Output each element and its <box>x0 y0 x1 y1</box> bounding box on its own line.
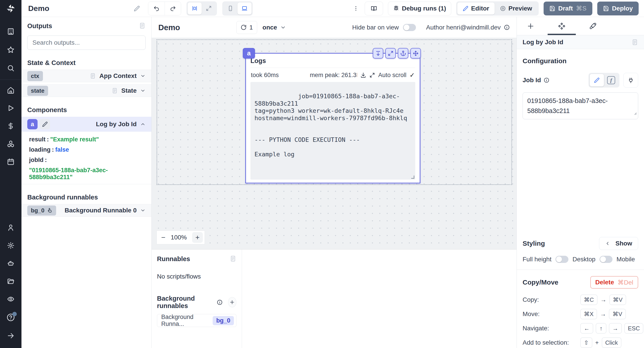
shortcut-label: Copy: <box>522 296 539 303</box>
info-icon[interactable] <box>217 299 223 305</box>
preview-tab[interactable]: Preview <box>495 2 538 14</box>
tab-insert-component[interactable] <box>525 17 536 35</box>
logs-duration: took 60ms <box>251 72 279 79</box>
autoscroll-checkbox[interactable]: ✓ <box>410 71 415 79</box>
canvas-app-title: Demo <box>158 23 180 32</box>
full-height-toggle[interactable] <box>556 256 568 263</box>
show-styling-button[interactable]: Show <box>599 237 638 250</box>
layout-mode-toggle <box>186 1 217 16</box>
full-width-button[interactable] <box>202 2 216 14</box>
runnables-pane: Runnables No scripts/flows Background ru… <box>152 249 242 348</box>
eye-icon <box>7 295 14 303</box>
job-id-input[interactable]: 01910865-188a-bab7-a3ec-588b9ba3c211 <box>522 92 638 119</box>
refresh-runs-button[interactable]: 1 <box>236 21 257 34</box>
chevron-down-icon[interactable] <box>140 208 146 213</box>
move-component-button[interactable] <box>410 48 421 58</box>
chevron-down-icon[interactable] <box>140 73 146 79</box>
log-output-area[interactable]: job=01910865-188a-bab7-a3ec-588b9ba3c211… <box>250 82 415 179</box>
sidebar-item-variables[interactable] <box>7 122 14 131</box>
windmill-logo[interactable] <box>0 0 22 17</box>
more-options-button[interactable] <box>352 5 360 11</box>
app-canvas[interactable]: a Logs took 60ms mem peak: 261.3MB <box>152 38 516 249</box>
desktop-view-button[interactable] <box>238 2 252 14</box>
sidebar-item-runs[interactable] <box>7 104 14 113</box>
chevron-down-icon[interactable] <box>140 88 146 93</box>
plug-icon <box>628 77 634 83</box>
draft-button[interactable]: Draft ⌘S <box>544 1 592 15</box>
mobile-view-button[interactable] <box>224 2 238 14</box>
sidebar-item-resources[interactable] <box>7 140 14 149</box>
sidebar-item-help[interactable] <box>6 313 15 323</box>
desktop-toggle[interactable] <box>600 256 612 263</box>
edit-component-id-button[interactable] <box>40 119 50 129</box>
chevron-up-icon[interactable] <box>140 122 146 127</box>
rename-app-button[interactable] <box>134 5 140 12</box>
sidebar-item-folders[interactable] <box>7 277 14 286</box>
zoom-in-button[interactable]: + <box>192 232 203 243</box>
pointer-hand-icon <box>47 207 52 213</box>
sidebar-item-favorites[interactable] <box>7 46 14 54</box>
sidebar-item-schedules[interactable] <box>7 158 14 167</box>
pencil-icon <box>42 121 48 127</box>
delete-component-button[interactable]: Delete ⌘Del <box>590 276 638 289</box>
background-runnables-title: Background runnables <box>157 295 214 310</box>
state-output-row[interactable]: state State <box>22 84 152 97</box>
tab-component-settings[interactable] <box>556 17 568 35</box>
sidebar-item-audit[interactable] <box>7 295 14 304</box>
sidebar-item-workers[interactable] <box>7 260 14 268</box>
debug-runs-button[interactable]: Debug runs (1) <box>388 1 451 15</box>
sidebar-collapse-toggle[interactable] <box>7 332 14 341</box>
connect-input-button[interactable] <box>624 73 638 88</box>
prop-value[interactable]: "01910865-188a-bab7-a3ec-588b9ba3c211" <box>29 167 108 180</box>
background-runnable-row[interactable]: bg_0 Background Runnable 0 <box>22 204 152 217</box>
redo-button[interactable] <box>164 2 181 15</box>
ctx-row-label: App Context <box>100 72 137 80</box>
hide-bar-toggle[interactable] <box>403 24 416 31</box>
sidebar-item-apps[interactable] <box>7 28 14 36</box>
component-a-row[interactable]: a Log by Job Id <box>22 117 152 132</box>
deploy-button[interactable]: Deploy <box>597 1 639 15</box>
expand-logs-button[interactable] <box>370 72 375 78</box>
sidebar-item-users[interactable] <box>7 224 14 232</box>
sidebar-item-settings[interactable] <box>7 242 14 250</box>
show-button-label: Show <box>616 240 632 247</box>
copy-runnables-icon[interactable] <box>230 255 236 262</box>
divider <box>22 184 152 184</box>
canvas-header: Demo 1 once Hide bar on view Author henr… <box>152 17 516 38</box>
prop-key: loading <box>29 146 50 153</box>
kbd-key: → <box>609 323 622 334</box>
eval-input-mode-button[interactable]: f <box>604 74 618 86</box>
boxes-icon <box>7 140 14 148</box>
fill-height-button[interactable] <box>373 48 383 58</box>
editor-tab[interactable]: Editor <box>457 2 495 14</box>
centered-layout-button[interactable] <box>188 2 202 14</box>
ctx-output-row[interactable]: ctx App Context <box>22 70 152 82</box>
resize-handle[interactable] <box>633 108 637 118</box>
info-icon[interactable] <box>544 77 550 83</box>
static-input-mode-button[interactable] <box>590 74 604 86</box>
prop-value[interactable]: false <box>55 146 69 153</box>
resize-handle[interactable] <box>411 175 414 179</box>
prop-value[interactable]: "Example result" <box>50 136 99 143</box>
zoom-out-button[interactable]: − <box>161 233 166 242</box>
logs-component[interactable]: a Logs took 60ms mem peak: 261.3MB <box>245 53 420 183</box>
info-icon[interactable] <box>504 24 510 30</box>
copy-settings-icon[interactable] <box>632 39 638 46</box>
draft-shortcut: ⌘S <box>576 5 586 12</box>
run-mode-dropdown[interactable]: once <box>262 24 286 31</box>
search-outputs-input[interactable] <box>27 35 146 50</box>
add-background-runnable-button[interactable] <box>228 297 236 307</box>
tab-global-styling[interactable] <box>587 17 598 35</box>
bug-icon <box>393 5 399 11</box>
undo-button[interactable] <box>148 2 164 15</box>
key-separator: → <box>600 311 606 318</box>
copy-outputs-icon[interactable] <box>139 22 146 29</box>
sidebar-item-home[interactable] <box>7 86 14 95</box>
anchor-component-button[interactable] <box>398 48 408 58</box>
download-logs-button[interactable] <box>360 72 366 78</box>
expand-component-button[interactable] <box>385 48 396 58</box>
kbd-key: ⌘V <box>609 309 626 319</box>
docs-button[interactable] <box>365 1 383 15</box>
background-runnable-item[interactable]: Background Runna... bg_0 <box>157 314 236 327</box>
sidebar-item-search[interactable] <box>7 64 14 73</box>
